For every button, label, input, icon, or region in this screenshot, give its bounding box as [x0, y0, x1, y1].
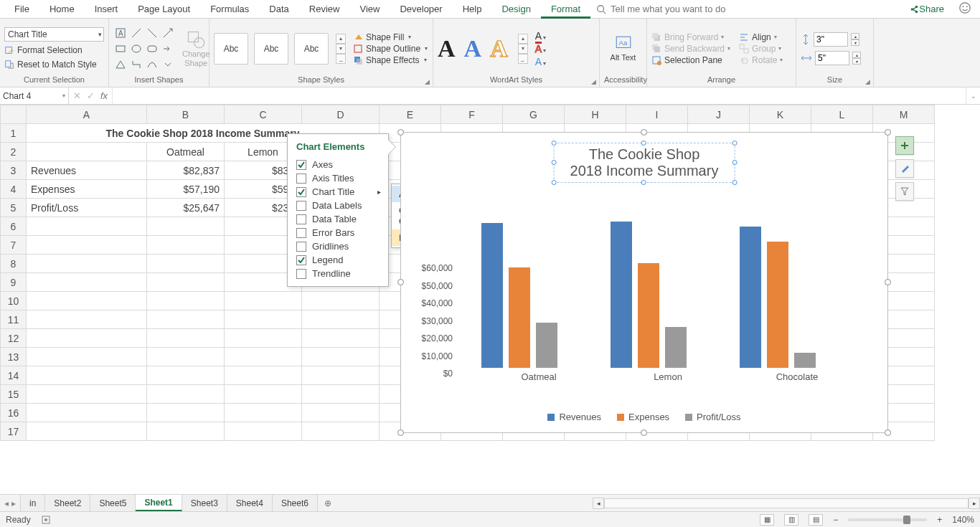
row-header[interactable]: 16	[1, 404, 27, 422]
new-sheet-button[interactable]: ⊕	[318, 495, 338, 511]
cell[interactable]	[302, 329, 380, 348]
row-header[interactable]: 15	[1, 385, 27, 404]
gallery-expand[interactable]: ⎯	[336, 54, 346, 64]
cell[interactable]	[302, 422, 380, 441]
height-field[interactable]: ▴▾	[801, 32, 861, 47]
chart-legend[interactable]: Revenues Expenses Profit/Loss	[401, 412, 887, 422]
cell[interactable]: Oatmeal	[147, 143, 225, 161]
spin-up[interactable]: ▴	[851, 33, 859, 39]
align-button[interactable]: Align▾	[739, 32, 783, 42]
checkbox[interactable]	[296, 201, 306, 211]
height-input[interactable]	[814, 32, 848, 47]
sheet-tab[interactable]: Sheet2	[45, 495, 90, 511]
resize-handle[interactable]	[641, 429, 647, 436]
shape-effects-button[interactable]: Shape Effects▾	[353, 55, 428, 65]
checkbox[interactable]	[296, 269, 306, 279]
wordart-gallery[interactable]: A A A ▴▾⎯	[438, 34, 528, 64]
row-header[interactable]: 9	[1, 273, 27, 292]
wordart-style-1[interactable]: A	[438, 35, 456, 62]
expand-formula-bar[interactable]: ⌄	[966, 87, 980, 104]
width-field[interactable]: ▴▾	[801, 51, 861, 65]
chart-element-item[interactable]: Error Bars	[296, 226, 384, 239]
chart-bar[interactable]	[638, 263, 659, 368]
row-header[interactable]: 1	[1, 124, 27, 143]
col-header[interactable]: G	[503, 105, 565, 124]
cell[interactable]	[225, 348, 302, 366]
gallery-scroll-up[interactable]: ▴	[518, 34, 528, 44]
row-header[interactable]: 5	[1, 199, 27, 217]
checkbox[interactable]	[296, 214, 306, 224]
shape-line-icon[interactable]	[129, 26, 143, 40]
cell[interactable]	[147, 422, 225, 441]
cell[interactable]	[27, 143, 147, 161]
dialog-launcher-icon[interactable]: ◢	[865, 78, 870, 85]
menu-view[interactable]: View	[349, 0, 390, 19]
chart-bar[interactable]	[665, 327, 687, 368]
shape-style-gallery[interactable]: Abc Abc Abc ▴ ▾ ⎯	[214, 33, 346, 65]
checkbox[interactable]	[296, 242, 306, 252]
cell[interactable]	[302, 404, 380, 422]
cell[interactable]	[27, 366, 147, 385]
enter-formula-icon[interactable]: ✓	[87, 90, 95, 101]
wordart-style-3[interactable]: A	[490, 35, 508, 62]
cell[interactable]: Revenues	[27, 161, 147, 180]
row-header[interactable]: 7	[1, 236, 27, 255]
view-normal-icon[interactable]: ▦	[760, 514, 774, 526]
shape-oval-icon[interactable]	[129, 42, 143, 56]
format-selection-button[interactable]: Format Selection	[4, 44, 104, 56]
cell[interactable]	[225, 422, 302, 441]
shape-textbox-icon[interactable]: A	[113, 26, 128, 40]
text-outline-button[interactable]: A▾	[535, 43, 546, 54]
chart-bar[interactable]	[509, 267, 530, 368]
menu-data[interactable]: Data	[259, 0, 298, 19]
cancel-formula-icon[interactable]: ✕	[73, 90, 81, 101]
col-header[interactable]: E	[380, 105, 441, 124]
cell[interactable]	[302, 348, 380, 366]
tab-nav-next[interactable]: ▸	[11, 498, 16, 508]
cell[interactable]	[147, 292, 225, 310]
zoom-thumb[interactable]	[903, 516, 910, 524]
row-header[interactable]: 11	[1, 310, 27, 329]
checkbox[interactable]	[296, 255, 306, 265]
spin-down[interactable]: ▾	[852, 58, 861, 65]
cell[interactable]	[27, 255, 147, 273]
col-header[interactable]: I	[626, 105, 688, 124]
resize-handle[interactable]	[885, 429, 891, 436]
gallery-scroll-down[interactable]: ▾	[336, 44, 346, 54]
row-header[interactable]: 17	[1, 422, 27, 441]
chart-title[interactable]: The Cookie Shop2018 Income Summary	[554, 143, 735, 183]
scroll-left[interactable]: ◂	[593, 498, 604, 509]
chart-plot-area[interactable]: $0$10,000$20,000$30,000$40,000$50,000$60…	[415, 212, 873, 382]
cell[interactable]	[147, 217, 225, 236]
sheet-tab[interactable]: in	[21, 495, 45, 511]
menu-formulas[interactable]: Formulas	[200, 0, 259, 19]
cell[interactable]	[27, 273, 147, 292]
sheet-tab[interactable]: Sheet1	[136, 495, 182, 511]
cell[interactable]	[302, 385, 380, 404]
menu-insert[interactable]: Insert	[85, 0, 128, 19]
spin-up[interactable]: ▴	[852, 52, 861, 58]
cell[interactable]	[27, 236, 147, 255]
chart-bar[interactable]	[767, 242, 788, 368]
row-header[interactable]: 8	[1, 255, 27, 273]
cell[interactable]: $57,190	[147, 180, 225, 199]
chart-bar[interactable]	[481, 223, 503, 368]
cell[interactable]	[147, 236, 225, 255]
cell[interactable]	[147, 385, 225, 404]
resize-handle[interactable]	[885, 129, 891, 136]
tab-nav-prev[interactable]: ◂	[4, 498, 9, 508]
resize-handle[interactable]	[397, 279, 404, 285]
menu-design[interactable]: Design	[491, 0, 540, 19]
col-header[interactable]: B	[147, 105, 225, 124]
menu-help[interactable]: Help	[453, 0, 492, 19]
chart-filters-button[interactable]	[895, 182, 914, 201]
col-header[interactable]: F	[441, 105, 503, 124]
macro-record-icon[interactable]	[41, 515, 51, 525]
cell[interactable]: $82,837	[147, 161, 225, 180]
resize-handle[interactable]	[885, 279, 891, 285]
cell[interactable]	[147, 404, 225, 422]
shape-triangle-icon[interactable]	[113, 57, 128, 72]
resize-handle[interactable]	[397, 129, 404, 136]
chart-elements-button[interactable]	[895, 136, 914, 155]
worksheet-area[interactable]: A B C D E F G H I J K L M 1The Cookie Sh…	[0, 105, 980, 462]
